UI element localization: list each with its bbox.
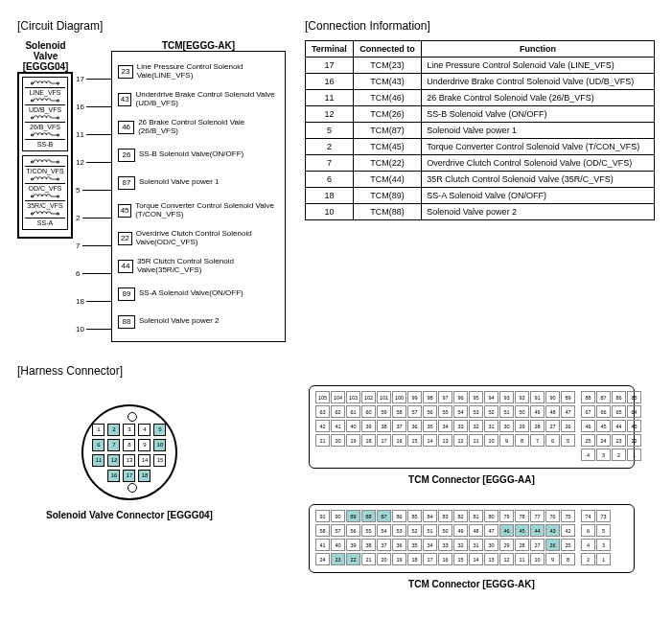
connector-pin: 85 xyxy=(627,391,641,403)
connector-pin: 62 xyxy=(331,405,345,418)
connector-pin: 30 xyxy=(499,420,514,432)
connector-pin: 81 xyxy=(469,510,483,522)
wire: 7 xyxy=(74,232,111,260)
wire: 6 xyxy=(74,260,111,288)
connector-pin: 28 xyxy=(515,539,529,551)
tcm-row: 4626 Brake Control Solenoid Vale (26/B_V… xyxy=(118,113,279,141)
tcm-row: 87Solenoid Valve power 1 xyxy=(118,169,279,196)
connector-pin: 33 xyxy=(438,539,452,551)
connector-pin: 22 xyxy=(346,553,360,565)
connector-pin: 55 xyxy=(438,405,452,418)
table-row: 5TCM(87)Solenoid Valve power 1 xyxy=(306,123,655,139)
wire: 10 xyxy=(74,315,111,343)
connector-pin: 32 xyxy=(469,420,483,432)
tcm-pin-desc: 26 Brake Control Solenoid Vale (26/B_VFS… xyxy=(138,119,279,136)
connector-pin: 78 xyxy=(515,510,529,522)
connector-pin: 91 xyxy=(530,391,545,403)
wire-sv-pin: 17 xyxy=(74,75,86,83)
connector-pin: 79 xyxy=(499,510,514,522)
connector-pin: 88 xyxy=(361,510,376,522)
connector-pin: 76 xyxy=(545,510,560,522)
connector-pin: 12 xyxy=(499,553,514,565)
connector-pin: 13 xyxy=(438,434,452,447)
connector-pin: 14 xyxy=(423,434,437,447)
connector-pin: 87 xyxy=(596,391,611,403)
sv-item: SS-B xyxy=(25,131,65,148)
sv-conn-caption: Solenoid Valve Connector [EGGG04] xyxy=(46,510,213,520)
sv-item-name: LINE_VFS xyxy=(25,87,65,96)
connector-pin: 11 xyxy=(515,553,529,565)
connector-pin: 101 xyxy=(377,391,391,403)
connector-pin: 45 xyxy=(596,420,611,432)
tcm-pin: 23 xyxy=(118,65,133,79)
connector-pin: 77 xyxy=(530,510,545,522)
connector-pin: 39 xyxy=(346,539,360,551)
connector-pin: 35 xyxy=(423,420,437,432)
tcm-pin: 26 xyxy=(118,149,135,162)
table-header: Terminal xyxy=(306,41,354,58)
wire: 11 xyxy=(74,121,111,149)
table-row: 10TCM(88)Solenoid Valve power 2 xyxy=(306,204,655,220)
connector-pin: 64 xyxy=(627,405,641,418)
connector-pin: 65 xyxy=(612,405,626,418)
tcm-title: TCM[EGGG-AK] xyxy=(111,40,286,51)
connector-pin: 16 xyxy=(392,434,406,447)
connector-pin: 21 xyxy=(315,434,330,447)
connector-pin: 99 xyxy=(407,391,422,403)
connector-pin: 89 xyxy=(561,391,575,403)
connector-pin: 53 xyxy=(392,524,406,537)
connector-pin: 5 xyxy=(561,434,575,447)
wire-sv-pin: 12 xyxy=(74,158,86,167)
sv-item: OD/C_VFS xyxy=(25,175,65,192)
connector-pin: 51 xyxy=(423,524,437,537)
connector-pin: 88 xyxy=(581,391,595,403)
connector-pin: 13 xyxy=(484,553,498,565)
connector-pin: 1 xyxy=(596,553,611,565)
connector-pin: 30 xyxy=(484,539,498,551)
connector-pin: 16 xyxy=(438,553,452,565)
tcm-pin-desc: Line Pressure Control Solenoid Vale(LINE… xyxy=(137,63,279,80)
connector-pin: 19 xyxy=(346,434,360,447)
connector-pin: 8 xyxy=(515,434,529,447)
connector-pin: 90 xyxy=(545,391,560,403)
connector-pin: 50 xyxy=(438,524,452,537)
connector-pin: 6 xyxy=(92,439,104,451)
sv-item-name: 26/B_VFS xyxy=(25,122,65,130)
connector-pin: 92 xyxy=(515,391,529,403)
connector-pin: 2 xyxy=(612,448,626,461)
wire: 12 xyxy=(74,149,111,176)
connector-pin: 6 xyxy=(545,434,560,447)
connector-pin: 10 xyxy=(484,434,498,447)
connector-pin: 22 xyxy=(627,434,641,447)
wire: 2 xyxy=(74,204,111,232)
wire-sv-pin: 16 xyxy=(74,103,86,111)
connector-pin: 46 xyxy=(581,420,595,432)
connector-pin: 49 xyxy=(453,524,468,537)
wire-sv-pin: 7 xyxy=(74,242,81,250)
table-row: 7TCM(22)Overdrive Clutch Control Solenoi… xyxy=(306,155,655,172)
tcm-row: 89SS-A Solenoid Valve(ON/OFF) xyxy=(118,280,279,308)
connector-pin: 86 xyxy=(612,391,626,403)
connector-pin: 97 xyxy=(438,391,452,403)
connector-pin: 19 xyxy=(392,553,406,565)
connector-pin: 56 xyxy=(423,405,437,418)
tcm-pin: 89 xyxy=(118,288,135,301)
connector-pin: 37 xyxy=(377,539,391,551)
circuit-diagram: Solenoid Valve [EGGG04] LINE_VFSUD/B_VFS… xyxy=(17,40,286,343)
table-row: 2TCM(45)Torque Converter Control Solenoi… xyxy=(306,139,655,155)
connector-pin: 103 xyxy=(346,391,360,403)
connector-pin: 32 xyxy=(453,539,468,551)
tcm-pin: 88 xyxy=(118,315,135,329)
connection-table: TerminalConnected toFunction 17TCM(23)Li… xyxy=(305,40,655,220)
connector-pin: 44 xyxy=(612,420,626,432)
connector-pin: 45 xyxy=(515,524,529,537)
connector-pin: 17 xyxy=(377,434,391,447)
tcm-pin: 22 xyxy=(118,232,132,245)
connector-pin: 57 xyxy=(407,405,422,418)
tcm-pin-desc: SS-B Solenoid Valve(ON/OFF) xyxy=(139,150,243,159)
connector-pin: 26 xyxy=(561,420,575,432)
connector-pin: 23 xyxy=(331,553,345,565)
connector-pin: 25 xyxy=(561,539,575,551)
connector-pin: 47 xyxy=(561,405,575,418)
connector-pin: 47 xyxy=(484,524,498,537)
